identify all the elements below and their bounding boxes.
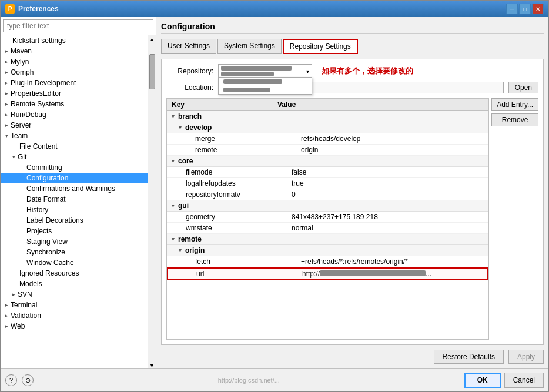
sidebar-item-svn[interactable]: SVN	[1, 289, 148, 300]
group-remote[interactable]: remote	[167, 234, 488, 245]
sidebar-item-rundebug[interactable]: Run/Debug	[1, 109, 148, 120]
tab-system-settings[interactable]: System Settings	[217, 39, 282, 54]
content-area: Repository: ▾	[161, 59, 544, 345]
info-icon[interactable]: ⊙	[22, 374, 34, 386]
window-controls: ─ □ ✕	[506, 4, 544, 14]
table-row[interactable]: wmstate normal	[167, 223, 488, 234]
sidebar-item-synchronize[interactable]: Synchronize	[1, 247, 148, 257]
restore-defaults-button[interactable]: Restore Defaults	[434, 350, 504, 364]
sidebar-item-stagingview[interactable]: Staging View	[1, 236, 148, 247]
maximize-button[interactable]: □	[519, 4, 531, 14]
window-icon: P	[5, 4, 15, 14]
key-fetch: fetch	[195, 257, 301, 266]
configuration-arrow-icon	[19, 175, 24, 181]
help-icon[interactable]: ?	[5, 374, 17, 386]
close-button[interactable]: ✕	[532, 4, 544, 14]
scroll-thumb[interactable]	[149, 54, 155, 89]
table-body: branch develop merge refs/heads/develop	[167, 111, 488, 280]
group-core[interactable]: core	[167, 156, 488, 167]
sidebar-item-filecontent[interactable]: File Content	[1, 141, 148, 152]
remote-label: remote	[178, 235, 202, 243]
sidebar-item-confirmations[interactable]: Confirmations and Warnings	[1, 183, 148, 194]
group-develop[interactable]: develop	[167, 122, 488, 133]
oomph-arrow-icon	[5, 69, 8, 75]
ignoredresources-arrow-icon	[12, 270, 17, 276]
sidebar-item-team[interactable]: Team	[1, 130, 148, 141]
sidebar-item-maven[interactable]: Maven	[1, 46, 148, 56]
group-branch[interactable]: branch	[167, 111, 488, 122]
dropdown-item-2[interactable]	[219, 86, 312, 94]
sidebar-item-git[interactable]: Git	[1, 152, 148, 162]
right-panel: Configuration User Settings System Setti…	[156, 17, 548, 368]
sidebar-item-server[interactable]: Server	[1, 120, 148, 130]
table-row[interactable]: logallrefupdates true	[167, 178, 488, 189]
sidebar-item-windowcache[interactable]: Window Cache	[1, 257, 148, 268]
sidebar-item-oomph[interactable]: Oomph	[1, 67, 148, 78]
url-row[interactable]: url http://...	[167, 267, 488, 280]
sidebar-item-models[interactable]: Models	[1, 279, 148, 289]
cancel-button[interactable]: Cancel	[504, 373, 544, 388]
ok-button[interactable]: OK	[464, 373, 501, 388]
add-entry-button[interactable]: Add Entry...	[491, 98, 538, 111]
tree-scroll-area: Kickstart settingsMavenMylynOomphPlug-in…	[1, 35, 156, 368]
origin-label: origin	[185, 246, 205, 254]
location-label: Location:	[166, 83, 213, 92]
sidebar-item-history[interactable]: History	[1, 205, 148, 215]
key-remote: remote	[195, 146, 301, 154]
sidebar-item-mylyn[interactable]: Mylyn	[1, 56, 148, 67]
key-wmstate: wmstate	[186, 224, 292, 232]
settings-tabs: User Settings System Settings Repository…	[161, 39, 544, 54]
terminal-arrow-icon	[5, 302, 8, 308]
search-input[interactable]	[3, 19, 153, 32]
sidebar-item-label-ignoredresources: Ignored Resources	[19, 269, 79, 277]
open-button[interactable]: Open	[508, 82, 538, 93]
table-row[interactable]: repositoryformatv 0	[167, 189, 488, 200]
vertical-scrollbar[interactable]: ▲ ▼	[148, 35, 156, 368]
sidebar-item-validation[interactable]: Validation	[1, 310, 148, 321]
table-row[interactable]: remote origin	[167, 145, 488, 156]
remote-arrow-icon	[5, 101, 8, 107]
group-origin[interactable]: origin	[167, 245, 488, 256]
models-arrow-icon	[12, 281, 17, 287]
repository-label: Repository:	[166, 67, 213, 75]
val-filemode: false	[292, 168, 484, 176]
table-row[interactable]: fetch +refs/heads/*:refs/remotes/origin/…	[167, 256, 488, 267]
labeldecorations-arrow-icon	[19, 217, 24, 223]
repo-value-blurred	[221, 66, 292, 71]
val-url: http://...	[302, 270, 483, 278]
sidebar-item-label-remote: Remote Systems	[11, 100, 64, 108]
sidebar-item-ignoredresources[interactable]: Ignored Resources	[1, 268, 148, 279]
main-content: Kickstart settingsMavenMylynOomphPlug-in…	[1, 17, 548, 368]
sidebar-item-dateformat[interactable]: Date Format	[1, 194, 148, 205]
sidebar-item-remote[interactable]: Remote Systems	[1, 99, 148, 109]
dropdown-item-1[interactable]	[219, 78, 312, 86]
repository-dropdown[interactable]: ▾	[218, 64, 312, 78]
sidebar-item-labeldecorations[interactable]: Label Decorations	[1, 215, 148, 226]
sidebar-item-label-team: Team	[11, 132, 28, 140]
windowcache-arrow-icon	[19, 260, 24, 266]
sidebar-item-terminal[interactable]: Terminal	[1, 300, 148, 310]
group-gui[interactable]: gui	[167, 200, 488, 212]
git-arrow-icon	[12, 154, 15, 160]
chevron-down-icon: ▾	[306, 68, 309, 75]
remove-button[interactable]: Remove	[491, 113, 538, 126]
table-row[interactable]: merge refs/heads/develop	[167, 133, 488, 145]
sidebar-item-label-labeldecorations: Label Decorations	[26, 216, 83, 225]
sidebar-item-kickstart[interactable]: Kickstart settings	[1, 35, 148, 46]
minimize-button[interactable]: ─	[506, 4, 518, 14]
table-row[interactable]: filemode false	[167, 167, 488, 178]
tab-user-settings[interactable]: User Settings	[161, 39, 216, 54]
committing-arrow-icon	[19, 165, 24, 170]
apply-button[interactable]: Apply	[508, 350, 544, 364]
sidebar-item-projects[interactable]: Projects	[1, 226, 148, 236]
tab-repository-settings[interactable]: Repository Settings	[283, 39, 358, 54]
key-geometry: geometry	[186, 213, 292, 221]
val-logallrefupdates: true	[292, 179, 484, 187]
sidebar-item-plugin[interactable]: Plug-in Development	[1, 78, 148, 88]
sidebar-item-propseditor[interactable]: PropertiesEditor	[1, 88, 148, 99]
bottom-left-icons: ? ⊙	[5, 374, 34, 386]
sidebar-item-committing[interactable]: Committing	[1, 162, 148, 173]
table-row[interactable]: geometry 841x483+237+175 189 218	[167, 212, 488, 223]
sidebar-item-configuration[interactable]: Configuration	[1, 173, 148, 183]
sidebar-item-web[interactable]: Web	[1, 321, 148, 331]
